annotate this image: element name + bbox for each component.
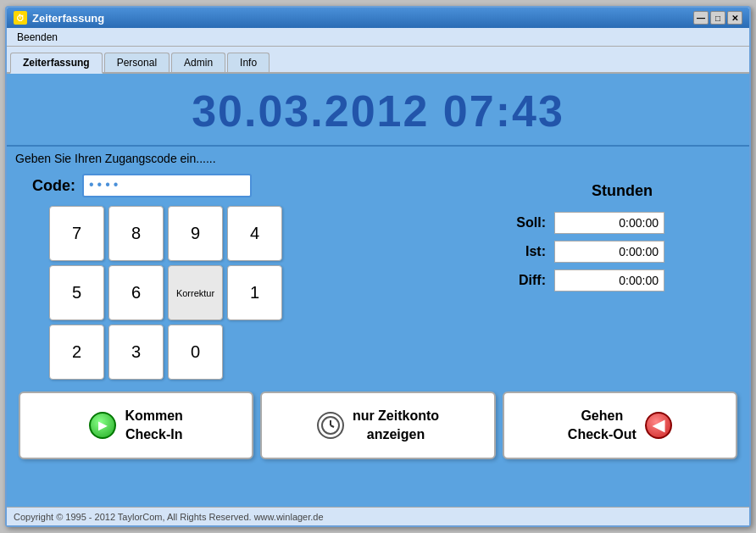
main-window: ⏱ Zeiterfassung — □ ✕ Beenden Zeiterfass…	[5, 6, 751, 527]
code-row: Code: ••••	[32, 174, 495, 197]
num-3[interactable]: 3	[108, 325, 164, 380]
title-buttons: — □ ✕	[693, 11, 742, 25]
prompt-text: Geben Sie Ihren Zugangscode ein......	[15, 152, 741, 165]
window-title: Zeiterfassung	[32, 12, 104, 25]
minimize-button[interactable]: —	[693, 11, 709, 25]
checkin-button[interactable]: ► Kommen Check-In	[19, 391, 253, 459]
zeitkonto-button[interactable]: nur Zeitkonto anzeigen	[260, 391, 495, 459]
korrektur-button[interactable]: Korrektur	[168, 265, 223, 320]
num-5[interactable]: 5	[49, 265, 104, 320]
checkout-line2: Check-Out	[568, 425, 636, 444]
zeitkonto-line2: anzeigen	[353, 425, 439, 444]
checkout-text: Gehen Check-Out	[568, 407, 636, 445]
diff-label: Diff:	[503, 273, 546, 288]
right-panel: Stunden Soll: 0:00:00 Ist: 0:00:00 Diff:…	[503, 182, 741, 291]
zeitkonto-line1: nur Zeitkonto	[353, 407, 439, 425]
datetime-display: 30.03.2012 07:43	[7, 86, 749, 136]
num-2[interactable]: 2	[49, 325, 104, 380]
checkin-line1: Kommen	[125, 407, 182, 425]
footer-text: Copyright © 1995 - 2012 TaylorCom, All R…	[14, 512, 324, 522]
ist-row: Ist: 0:00:00	[503, 241, 741, 263]
soll-label: Soll:	[503, 215, 546, 230]
window-icon: ⏱	[14, 11, 27, 25]
checkout-line1: Gehen	[568, 407, 636, 425]
num-0[interactable]: 0	[168, 325, 223, 380]
num-4[interactable]: 4	[227, 206, 282, 261]
stunden-title: Stunden	[503, 182, 741, 200]
middle-section: Code: •••• 7 8 9 4 5 6 Korrektur 1	[15, 174, 741, 380]
title-bar-left: ⏱ Zeiterfassung	[14, 11, 104, 25]
code-label: Code:	[32, 177, 75, 195]
maximize-button[interactable]: □	[710, 11, 725, 25]
diff-row: Diff: 0:00:00	[503, 269, 741, 291]
diff-value: 0:00:00	[554, 269, 664, 291]
left-panel: Code: •••• 7 8 9 4 5 6 Korrektur 1	[15, 174, 495, 380]
bottom-buttons: ► Kommen Check-In n	[15, 391, 741, 459]
clock-icon	[317, 412, 344, 439]
num-9[interactable]: 9	[168, 206, 223, 261]
tab-info[interactable]: Info	[227, 53, 270, 72]
soll-value: 0:00:00	[554, 212, 664, 234]
content-area: Geben Sie Ihren Zugangscode ein...... Co…	[7, 147, 749, 507]
num-6[interactable]: 6	[108, 265, 164, 320]
num-7[interactable]: 7	[49, 206, 104, 261]
datetime-bar: 30.03.2012 07:43	[7, 74, 749, 147]
footer: Copyright © 1995 - 2012 TaylorCom, All R…	[7, 507, 749, 525]
checkin-line2: Check-In	[125, 425, 182, 444]
num-8[interactable]: 8	[108, 206, 164, 261]
code-input[interactable]: ••••	[82, 174, 252, 197]
checkin-icon: ►	[89, 412, 116, 439]
num-1[interactable]: 1	[227, 265, 282, 320]
tab-admin[interactable]: Admin	[171, 53, 225, 72]
zeitkonto-text: nur Zeitkonto anzeigen	[353, 407, 439, 445]
tab-personal[interactable]: Personal	[104, 53, 170, 72]
soll-row: Soll: 0:00:00	[503, 212, 741, 234]
close-button[interactable]: ✕	[727, 11, 742, 25]
checkout-icon: ◀	[645, 412, 672, 439]
tab-bar: Zeiterfassung Personal Admin Info	[7, 47, 749, 74]
ist-value: 0:00:00	[554, 241, 664, 263]
ist-label: Ist:	[503, 244, 546, 259]
checkin-text: Kommen Check-In	[125, 407, 182, 445]
menu-beenden[interactable]: Beenden	[10, 30, 64, 45]
numpad: 7 8 9 4 5 6 Korrektur 1 2 3 0	[49, 206, 495, 380]
menu-bar: Beenden	[7, 28, 749, 47]
checkout-button[interactable]: Gehen Check-Out ◀	[503, 391, 737, 459]
tab-zeiterfassung[interactable]: Zeiterfassung	[10, 53, 103, 74]
title-bar: ⏱ Zeiterfassung — □ ✕	[7, 8, 749, 28]
main-content: 30.03.2012 07:43 Geben Sie Ihren Zugangs…	[7, 74, 749, 525]
